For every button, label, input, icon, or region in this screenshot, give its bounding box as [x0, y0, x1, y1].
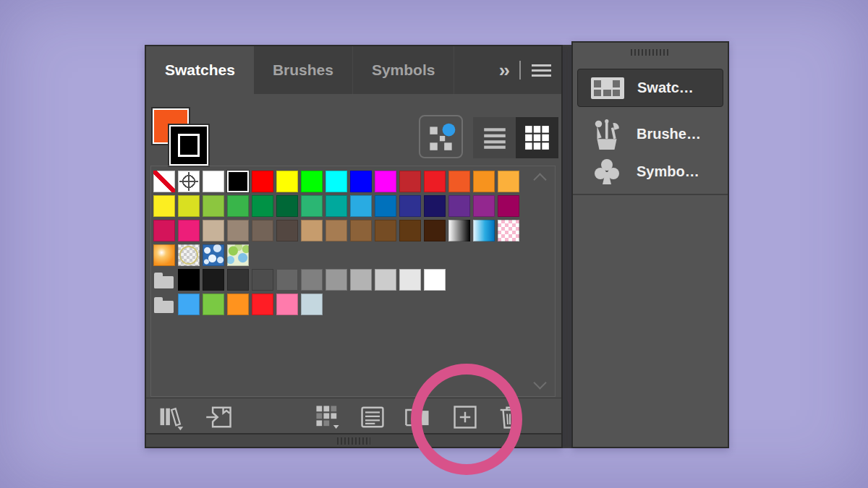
swatch-row: [153, 269, 519, 291]
swatch[interactable]: [178, 294, 200, 315]
tab-swatches[interactable]: Swatches: [146, 46, 254, 94]
swatch[interactable]: [375, 220, 396, 241]
swatch[interactable]: [203, 269, 224, 291]
symbols-panel-icon: [589, 156, 625, 188]
panel-header-controls: ››: [499, 46, 551, 94]
swatch[interactable]: [424, 195, 446, 217]
swatch[interactable]: [399, 269, 421, 291]
swatch[interactable]: [276, 294, 298, 315]
swatch[interactable]: [252, 220, 273, 241]
swatch[interactable]: [424, 171, 446, 192]
swatch[interactable]: [276, 195, 298, 217]
swatch[interactable]: [375, 269, 396, 291]
swatch[interactable]: [399, 220, 421, 241]
stroke-color-proxy[interactable]: [169, 125, 208, 166]
swatch-orange-radial-gradient[interactable]: [153, 244, 175, 266]
dock-item-label: Brushe…: [637, 126, 701, 142]
color-group-folder-icon[interactable]: [153, 294, 175, 315]
grid-view-button[interactable]: [516, 117, 558, 158]
dock-item-swatches[interactable]: Swatc…: [577, 69, 723, 107]
swatch-white-black-gradient[interactable]: [448, 220, 470, 241]
swatch[interactable]: [276, 269, 298, 291]
swatch[interactable]: [227, 269, 249, 291]
swatch[interactable]: [326, 220, 347, 241]
dock-drag-handle[interactable]: [631, 49, 670, 56]
swatch[interactable]: [203, 195, 224, 217]
dock-item-brushes[interactable]: Brushe…: [577, 115, 723, 153]
swatch-green-camo-pattern[interactable]: [227, 244, 249, 266]
swatch[interactable]: [326, 171, 347, 192]
add-to-library-button[interactable]: [204, 402, 234, 432]
swatch[interactable]: [424, 220, 446, 241]
highlight-circle-annotation: [411, 364, 522, 475]
panel-menu-icon[interactable]: [532, 64, 551, 77]
dock-divider: [573, 194, 728, 195]
swatch[interactable]: [276, 220, 298, 241]
swatch-blue-floral-pattern[interactable]: [203, 244, 224, 266]
swatch[interactable]: [350, 195, 372, 217]
swatch[interactable]: [227, 294, 249, 315]
swatch[interactable]: [399, 195, 421, 217]
swatch[interactable]: [473, 195, 495, 217]
swatch[interactable]: [301, 195, 323, 217]
swatch-none[interactable]: [153, 171, 175, 192]
panel-tab-bar: Swatches Brushes Symbols ››: [146, 46, 561, 94]
swatch-grid: [153, 171, 519, 318]
swatch-options-button[interactable]: [357, 402, 388, 432]
tab-brushes[interactable]: Brushes: [254, 46, 353, 94]
swatch[interactable]: [252, 171, 273, 192]
swatch[interactable]: [227, 220, 249, 241]
swatch[interactable]: [178, 269, 200, 291]
swatch[interactable]: [375, 195, 396, 217]
swatch[interactable]: [276, 171, 298, 192]
show-swatch-kinds-button[interactable]: [312, 402, 343, 432]
swatch[interactable]: [326, 269, 347, 291]
swatches-panel-icon: [590, 75, 626, 101]
swatch-transparent-circle-pattern[interactable]: [178, 244, 200, 266]
swatch-black[interactable]: [227, 171, 249, 192]
panel-resize-handle[interactable]: [337, 437, 370, 445]
swatch[interactable]: [153, 220, 175, 241]
swatch[interactable]: [326, 195, 347, 217]
tab-symbols[interactable]: Symbols: [353, 46, 455, 94]
scroll-up-icon[interactable]: [533, 173, 546, 186]
color-group-folder-icon[interactable]: [153, 269, 175, 291]
swatch[interactable]: [301, 269, 323, 291]
swatch[interactable]: [252, 294, 273, 315]
swatch-registration[interactable]: [178, 171, 200, 192]
swatch-white[interactable]: [203, 171, 224, 192]
swatch[interactable]: [498, 195, 519, 217]
swatch[interactable]: [350, 269, 372, 291]
swatch[interactable]: [375, 171, 396, 192]
swatch[interactable]: [252, 269, 273, 291]
swatch[interactable]: [153, 195, 175, 217]
cc-libraries-button[interactable]: [419, 115, 463, 158]
swatch[interactable]: [399, 171, 421, 192]
swatch-libraries-menu-button[interactable]: [156, 402, 186, 432]
swatch[interactable]: [473, 171, 495, 192]
dock-item-label: Swatc…: [637, 80, 694, 96]
swatch[interactable]: [178, 220, 200, 241]
dock-item-symbols[interactable]: Symbo…: [577, 153, 723, 191]
swatch[interactable]: [203, 294, 224, 315]
swatch[interactable]: [350, 220, 372, 241]
swatch[interactable]: [178, 195, 200, 217]
swatch[interactable]: [301, 220, 323, 241]
collapse-panel-icon[interactable]: ››: [499, 61, 509, 80]
swatch[interactable]: [498, 171, 519, 192]
scroll-down-icon[interactable]: [533, 376, 546, 389]
swatch[interactable]: [301, 294, 323, 315]
swatch[interactable]: [448, 171, 470, 192]
swatch[interactable]: [227, 195, 249, 217]
swatch[interactable]: [252, 195, 273, 217]
swatch-blue-gradient[interactable]: [473, 220, 495, 241]
swatch[interactable]: [424, 269, 446, 291]
list-view-button[interactable]: [473, 117, 516, 158]
swatch[interactable]: [301, 171, 323, 192]
swatch-pink-checker-pattern[interactable]: [498, 220, 519, 241]
swatch-row: [153, 195, 519, 217]
swatch[interactable]: [448, 195, 470, 217]
swatch[interactable]: [350, 171, 372, 192]
swatch-row: [153, 220, 519, 241]
swatch[interactable]: [203, 220, 224, 241]
